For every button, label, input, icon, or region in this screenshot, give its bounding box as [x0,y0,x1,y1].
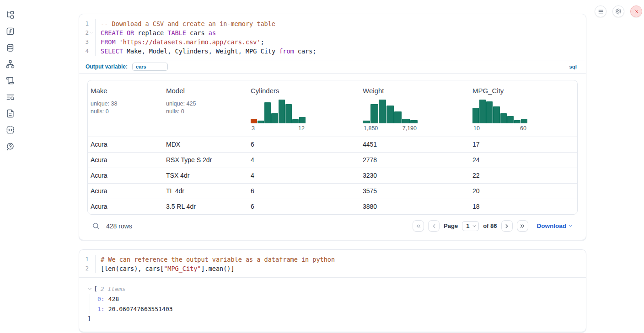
output-variable-label: Output variable: [86,63,128,70]
histogram-bar [472,108,479,123]
column-header-make[interactable]: Make unique: 38 nulls: 0 [88,80,163,137]
fold-chevron-icon[interactable] [89,31,94,35]
download-button[interactable]: Download [537,222,574,229]
sql-cell-output: Make unique: 38 nulls: 0 Model unique: 4… [79,74,586,240]
table-row[interactable]: Acura TL 4dr 6 3575 20 [88,183,577,199]
row-count: 428 rows [106,222,132,230]
column-header-cylinders[interactable]: Cylinders 3 12 [248,80,360,137]
histogram-bar [285,104,292,123]
histogram-bar [386,106,394,123]
table-row[interactable]: Acura TSX 4dr 4 3230 22 [88,168,577,183]
close-button[interactable] [630,5,642,17]
sql-string: 'https://datasets.marimo.app/cars.csv' [119,38,261,46]
histogram-bar [370,104,378,123]
histogram-bar [299,117,306,123]
hist-min-label: 10 [473,125,480,132]
last-page-button[interactable] [517,220,528,232]
data-table: Make unique: 38 nulls: 0 Model unique: 4… [87,80,578,215]
column-stats: unique: 425 nulls: 0 [166,100,244,116]
hist-min-label: 1,850 [364,125,378,132]
tree-collapse-chevron-icon[interactable] [87,286,92,291]
table-row[interactable]: Acura 3.5 RL 4dr 6 3880 18 [88,199,577,214]
open-bracket: [ [94,285,97,292]
output-variable-row: Output variable: sql [79,60,586,74]
histogram-bar [264,102,271,123]
code-line: 1 -- Download a CSV and create an in-mem… [79,19,586,28]
document-icon[interactable] [5,109,15,118]
histogram-bar [500,113,507,123]
mpg-city-histogram[interactable]: 10 60 [472,100,527,132]
column-header-weight[interactable]: Weight 1,850 7,190 [360,80,470,137]
histogram-bar [363,121,370,123]
histogram-bar [279,100,285,123]
tree-root: [ 2 Items [87,284,578,294]
column-header-mpg-city[interactable]: MPG_City 10 60 [470,80,577,137]
settings-button[interactable] [612,5,624,17]
next-page-button[interactable] [501,220,513,232]
previous-page-button[interactable] [428,220,440,232]
histogram-bar [251,119,257,123]
python-cell: 1 # We can reference the output variable… [79,249,586,332]
line-number: 1 [80,19,89,28]
histogram-bar [410,120,418,123]
line-number: 1 [80,255,89,264]
network-icon[interactable] [5,59,15,69]
cylinders-histogram[interactable]: 3 12 [251,100,306,132]
code-line: 1 # We can reference the output variable… [79,255,586,264]
settings-gear-icon [615,8,622,15]
first-page-button[interactable] [413,220,424,232]
hist-max-label: 60 [520,125,526,132]
close-bracket: ] [87,314,578,323]
marimo-app: 1 -- Download a CSV and create an in-mem… [0,0,644,333]
sidebar [0,0,20,333]
histogram-bar [271,113,278,123]
weight-histogram[interactable]: 1,850 7,190 [363,100,418,132]
histogram-bar [258,121,264,123]
table-header: Make unique: 38 nulls: 0 Model unique: 4… [88,80,577,137]
page-total-label: of 86 [483,222,497,229]
python-code-editor[interactable]: 1 # We can reference the output variable… [79,250,586,277]
help-circle-icon[interactable] [5,142,15,151]
histogram-bar [514,120,521,123]
menu-icon [598,9,604,15]
python-string: "MPG_City" [164,265,201,272]
menu-button[interactable] [595,5,606,17]
list-search-icon[interactable] [5,92,15,101]
histogram-bar [507,116,514,123]
column-stats: unique: 38 nulls: 0 [91,100,160,116]
search-icon[interactable] [92,222,100,230]
code-line: 4 SELECT Make, Model, Cylinders, Weight,… [79,47,586,56]
pagination: Page 1 of 86 [413,220,578,232]
line-number: 2 [80,28,89,37]
topbar-actions [595,5,642,17]
histogram-bar [379,100,386,123]
python-comment: # We can reference the output variable a… [101,256,335,263]
column-header-model[interactable]: Model unique: 425 nulls: 0 [163,80,248,137]
code-square-icon[interactable] [5,125,15,134]
sql-comment: -- Download a CSV and create an in-memor… [101,20,275,27]
histogram-bar [394,111,402,123]
line-number: 3 [80,37,89,47]
page-select[interactable]: 1 [462,221,479,231]
download-chevron-down-icon [568,223,573,228]
page-select-wrap: 1 [462,221,479,231]
histogram-bar [292,119,299,123]
hist-max-label: 7,190 [402,125,417,132]
table-row[interactable]: Acura MDX 6 4451 17 [88,137,577,152]
code-line: 2 CREATE OR replace TABLE cars as [79,28,586,37]
python-result-tree: [ 2 Items 0:428 1:20.060747663551403 ] [79,277,586,332]
histogram-bar [521,119,527,123]
code-line: 2 [len(cars), cars["MPG_City"].mean()] [79,264,586,273]
file-tree-icon[interactable] [5,10,15,19]
table-row[interactable]: Acura RSX Type S 2dr 4 2778 24 [88,152,577,168]
output-variable-input[interactable] [132,63,168,71]
code-line: 3 FROM 'https://datasets.marimo.app/cars… [79,37,586,47]
function-square-icon[interactable] [5,26,15,36]
histogram-bar [402,119,409,123]
page-label: Page [444,222,458,229]
tree-items: 0:428 1:20.060747663551403 [90,294,578,314]
database-icon[interactable] [5,43,15,52]
item-count: 2 Items [101,285,126,292]
scroll-icon[interactable] [5,76,15,85]
sql-code-editor[interactable]: 1 -- Download a CSV and create an in-mem… [79,14,586,60]
